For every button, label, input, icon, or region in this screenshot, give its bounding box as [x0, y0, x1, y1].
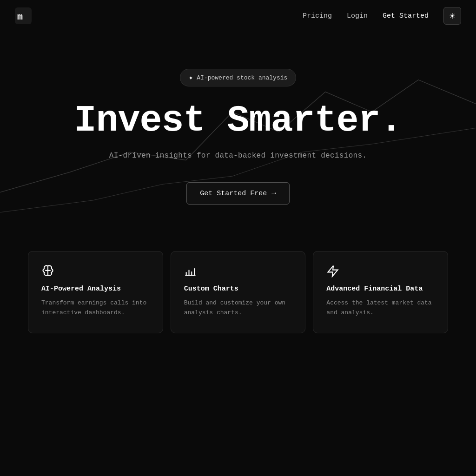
feature-card-charts: Custom Charts Build and customize your o… [171, 251, 306, 333]
nav-login[interactable]: Login [347, 12, 368, 20]
navbar: m Pricing Login Get Started ☀ [0, 0, 476, 32]
logo-icon: m [15, 7, 32, 24]
arrow-right-icon: → [271, 189, 276, 198]
feature-title-data: Advanced Financial Data [326, 285, 435, 293]
feature-card-data: Advanced Financial Data Access the lates… [313, 251, 448, 333]
badge-star-icon: ✦ [189, 73, 193, 82]
feature-card-ai: AI-Powered Analysis Transform earnings c… [28, 251, 163, 333]
bar-chart-icon [184, 264, 197, 278]
feature-title-ai: AI-Powered Analysis [41, 285, 150, 293]
feature-desc-data: Access the latest market data and analys… [326, 298, 435, 318]
cta-label: Get Started Free [200, 190, 267, 198]
hero-section: ✦ AI-powered stock analysis Invest Smart… [0, 32, 476, 232]
theme-toggle-button[interactable]: ☀ [443, 7, 461, 25]
bolt-icon [326, 264, 339, 278]
sun-icon: ☀ [449, 12, 456, 20]
feature-desc-charts: Build and customize your own analysis ch… [184, 298, 292, 318]
nav-get-started[interactable]: Get Started [383, 12, 429, 20]
brain-icon [41, 264, 54, 278]
features-section: AI-Powered Analysis Transform earnings c… [0, 232, 476, 361]
logo[interactable]: m [15, 7, 32, 24]
svg-text:m: m [17, 12, 23, 22]
hero-badge: ✦ AI-powered stock analysis [180, 69, 297, 86]
nav-links: Pricing Login Get Started ☀ [303, 7, 461, 25]
hero-subtitle: AI-driven insights for data-backed inves… [109, 152, 367, 160]
hero-title: Invest Smarter. [74, 101, 402, 140]
cta-button[interactable]: Get Started Free → [186, 182, 290, 205]
nav-pricing[interactable]: Pricing [303, 12, 332, 20]
badge-text: AI-powered stock analysis [197, 74, 287, 81]
feature-title-charts: Custom Charts [184, 285, 292, 293]
feature-desc-ai: Transform earnings calls into interactiv… [41, 298, 150, 318]
